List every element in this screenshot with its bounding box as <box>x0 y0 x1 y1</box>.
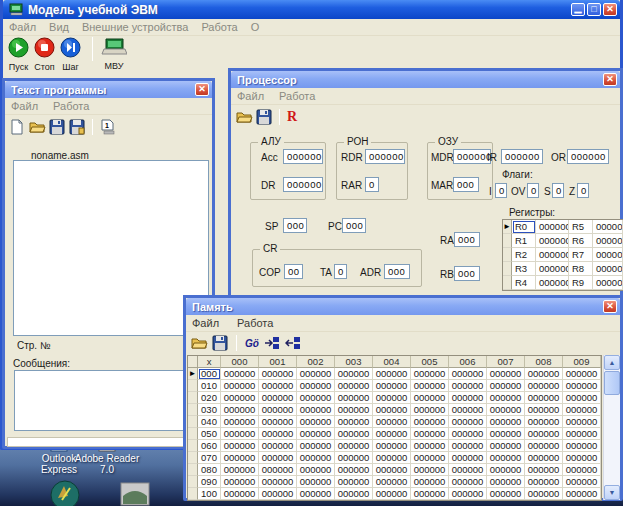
register-name-cell[interactable]: R3 <box>512 262 536 276</box>
memory-cell[interactable]: 000000 <box>525 416 563 428</box>
memory-column-header[interactable]: x <box>198 356 221 368</box>
memory-column-header[interactable]: 004 <box>373 356 411 368</box>
memory-address-cell[interactable]: 040 <box>198 416 221 428</box>
memory-cell[interactable]: 000000 <box>373 368 411 380</box>
stop-button[interactable]: Стоп <box>34 37 55 72</box>
register-name-cell[interactable]: R8 <box>569 262 593 276</box>
maximize-button[interactable]: □ <box>587 3 601 16</box>
memory-cell[interactable]: 000000 <box>335 380 373 392</box>
memory-cell[interactable]: 000000 <box>563 488 601 500</box>
memory-cell[interactable]: 000000 <box>221 416 259 428</box>
memory-cell[interactable]: 000000 <box>335 452 373 464</box>
save-file-icon[interactable] <box>256 109 272 125</box>
menu-item[interactable]: Файл <box>9 21 36 33</box>
memory-cell[interactable]: 000000 <box>563 404 601 416</box>
memory-cell[interactable]: 000000 <box>411 464 449 476</box>
open-file-icon[interactable] <box>236 109 252 125</box>
memory-titlebar[interactable]: Память ✕ <box>186 298 620 315</box>
memory-cell[interactable]: 000000 <box>259 440 297 452</box>
register-name-cell[interactable]: R2 <box>512 248 536 262</box>
mdr-field[interactable]: 000000 <box>453 149 491 164</box>
memory-address-cell[interactable]: 080 <box>198 464 221 476</box>
memory-cell[interactable]: 000000 <box>411 476 449 488</box>
menu-item[interactable]: Вид <box>49 21 69 33</box>
memory-cell[interactable]: 000000 <box>487 464 525 476</box>
memory-address-cell[interactable]: 020 <box>198 392 221 404</box>
register-name-cell[interactable]: R6 <box>569 234 593 248</box>
processor-titlebar[interactable]: Процессор ✕ <box>231 71 620 88</box>
memory-cell[interactable]: 000000 <box>259 464 297 476</box>
sp-field[interactable]: 000 <box>283 218 307 233</box>
register-value-cell[interactable]: 000000 <box>593 262 623 276</box>
memory-cell[interactable]: 000000 <box>411 428 449 440</box>
program-editor[interactable] <box>13 160 209 336</box>
memory-cell[interactable]: 000000 <box>563 452 601 464</box>
register-name-cell[interactable]: R4 <box>512 276 536 290</box>
memory-cell[interactable]: 000000 <box>449 476 487 488</box>
memory-cell[interactable]: 000000 <box>221 464 259 476</box>
menu-item[interactable]: Работа <box>201 21 237 33</box>
memory-cell[interactable]: 000000 <box>563 380 601 392</box>
register-name-cell[interactable]: R1 <box>512 234 536 248</box>
save-file-icon[interactable] <box>49 119 65 135</box>
pc-field[interactable]: 000 <box>342 218 366 233</box>
memory-column-header[interactable]: 008 <box>525 356 563 368</box>
memory-column-header[interactable]: 005 <box>411 356 449 368</box>
menu-item[interactable]: Работа <box>279 90 315 102</box>
register-value-cell[interactable]: 000000 <box>593 234 623 248</box>
acc-field[interactable]: 000000 <box>283 149 323 164</box>
minimize-button[interactable]: ▁ <box>571 3 585 16</box>
memory-cell[interactable]: 000000 <box>221 368 259 380</box>
desktop-icon-partial-round[interactable] <box>48 478 82 506</box>
memory-cell[interactable]: 000000 <box>335 440 373 452</box>
register-name-cell[interactable]: R9 <box>569 276 593 290</box>
memory-cell[interactable]: 000000 <box>525 464 563 476</box>
memory-address-cell[interactable]: 100 <box>198 488 221 500</box>
memory-cell[interactable]: 000000 <box>373 380 411 392</box>
memory-cell[interactable]: 000000 <box>297 488 335 500</box>
memory-cell[interactable]: 000000 <box>525 440 563 452</box>
memory-cell[interactable]: 000000 <box>563 416 601 428</box>
memory-cell[interactable]: 000000 <box>297 416 335 428</box>
memory-cell[interactable]: 000000 <box>373 452 411 464</box>
memory-cell[interactable]: 000000 <box>259 368 297 380</box>
memory-cell[interactable]: 000000 <box>487 380 525 392</box>
register-name-cell[interactable]: R7 <box>569 248 593 262</box>
open-file-icon[interactable] <box>191 335 207 351</box>
memory-cell[interactable]: 000000 <box>449 452 487 464</box>
memory-cell[interactable]: 000000 <box>525 428 563 440</box>
main-titlebar[interactable]: Модель учебной ЭВМ ▁ □ ✕ <box>3 0 620 19</box>
memory-cell[interactable]: 000000 <box>373 488 411 500</box>
memory-cell[interactable]: 000000 <box>563 392 601 404</box>
memory-cell[interactable]: 000000 <box>335 476 373 488</box>
memory-cell[interactable]: 000000 <box>373 440 411 452</box>
program-titlebar[interactable]: Текст программы ✕ <box>5 81 212 98</box>
compile-icon[interactable]: 1 <box>100 119 116 135</box>
memory-cell[interactable]: 000000 <box>335 404 373 416</box>
memory-cell[interactable]: 000000 <box>335 464 373 476</box>
memory-cell[interactable]: 000000 <box>335 368 373 380</box>
memory-cell[interactable]: 000000 <box>297 428 335 440</box>
memory-cell[interactable]: 000000 <box>221 392 259 404</box>
memory-address-cell[interactable]: 030 <box>198 404 221 416</box>
memory-column-header[interactable]: 000 <box>221 356 259 368</box>
ir-field[interactable]: 000000 <box>501 149 543 164</box>
memory-cell[interactable]: 000000 <box>487 416 525 428</box>
memory-cell[interactable]: 000000 <box>221 428 259 440</box>
memory-cell[interactable]: 000000 <box>525 392 563 404</box>
memory-cell[interactable]: 000000 <box>563 464 601 476</box>
mar-field[interactable]: 000 <box>453 177 479 192</box>
menu-item[interactable]: Файл <box>192 317 219 329</box>
memory-address-cell[interactable]: 050 <box>198 428 221 440</box>
memory-cell[interactable]: 000000 <box>487 404 525 416</box>
memory-cell[interactable]: 000000 <box>221 476 259 488</box>
memory-cell[interactable]: 000000 <box>259 392 297 404</box>
memory-cell[interactable]: 000000 <box>411 416 449 428</box>
memory-cell[interactable]: 000000 <box>297 452 335 464</box>
menu-item[interactable]: Работа <box>237 317 273 329</box>
memory-column-header[interactable]: 001 <box>259 356 297 368</box>
memory-cell[interactable]: 000000 <box>221 440 259 452</box>
memory-cell[interactable]: 000000 <box>411 404 449 416</box>
flag-s-field[interactable]: 0 <box>552 183 564 198</box>
memory-cell[interactable]: 000000 <box>297 476 335 488</box>
